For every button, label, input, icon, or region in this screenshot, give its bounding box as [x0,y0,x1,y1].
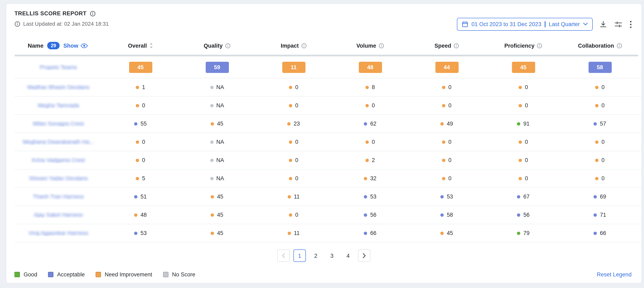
score-dot [518,104,522,107]
table-row: Thanh Tran Harness51451153536769 [14,188,642,206]
score-dot [594,122,597,125]
member-name-link[interactable]: Thanh Tran Harness [33,193,84,200]
score-value: 53 [447,193,453,200]
score-cell: 0 [255,175,332,181]
name-cell: Meghana Dwarakanath Ha... [14,139,102,145]
score-dot [136,140,139,144]
score-cell: 1 [102,84,179,90]
settings-button[interactable] [614,20,623,28]
score-cell: 48 [102,212,179,218]
page-button-4[interactable]: 4 [342,249,354,262]
score-dot [442,86,445,89]
score-cell: 45 [408,230,485,236]
score-table: Name 29 Show OverallQualityImpactVolumeS… [6,37,642,242]
score-value: 0 [448,139,451,145]
score-cell: 0 [102,102,179,109]
legend-item-none[interactable]: No Score [163,271,195,278]
member-name-link[interactable]: Shivani Yadav Devdans [29,175,88,181]
table-row: Milan Sonagra Crest55452362499157 [14,115,642,133]
score-cell: 0 [562,102,638,109]
legend-label: Good [24,271,37,278]
score-value: NA [216,102,224,109]
score-cell: 0 [562,157,638,163]
column-info-icon[interactable] [616,43,622,48]
next-page-button[interactable] [358,249,370,262]
score-dot [518,140,522,144]
score-cell: 0 [408,84,485,90]
score-dot [366,104,369,107]
member-name-link[interactable]: Meghana Dwarakanath Ha... [23,139,94,145]
score-dot [289,104,292,107]
date-preset-text: Last Quarter [549,21,580,27]
member-name-link[interactable]: Milan Sonagra Crest [33,121,84,127]
score-dot [211,213,214,216]
prev-page-button[interactable] [277,249,290,262]
score-value: 1 [142,84,145,90]
column-info-icon[interactable] [454,43,459,48]
kebab-menu-icon [630,21,632,28]
score-dot [210,177,213,180]
score-value: 0 [525,84,528,90]
calendar-icon [462,21,468,27]
summary-score-badge: 45 [129,62,152,73]
show-link[interactable]: Show [63,43,88,49]
score-cell: 48 [332,62,408,73]
score-value: 67 [523,193,530,200]
score-value: 53 [370,193,376,200]
column-header-collaboration: Collaboration [562,43,638,49]
column-info-icon[interactable] [301,43,307,48]
score-value: 23 [294,121,300,127]
legend-item-good[interactable]: Good [14,271,37,278]
reset-legend-link[interactable]: Reset Legend [597,271,632,278]
score-value: 0 [525,139,528,145]
score-value: 2 [372,157,375,163]
column-info-icon[interactable] [225,43,230,48]
score-dot [136,86,139,89]
date-range-button[interactable]: 01 Oct 2023 to 31 Dec 2023 Last Quarter [457,18,593,31]
more-button[interactable] [629,20,632,29]
member-name-link[interactable]: Megha Tamvada [38,102,79,109]
score-value: 0 [448,157,451,163]
legend-swatch [96,272,101,277]
member-name-link[interactable]: Viraj Ajgaonkar Harness [28,230,88,236]
member-name-link[interactable]: Ajay Saket Harness [34,212,83,218]
title-info-icon[interactable] [90,11,96,16]
score-cell: 0 [102,139,179,145]
score-cell: 58 [562,62,638,73]
page-title: TRELLIS SCORE REPORT [14,10,86,17]
page-button-2[interactable]: 2 [310,249,322,262]
page-button-3[interactable]: 3 [326,249,338,262]
header-divider [14,55,638,56]
member-name-link[interactable]: Krina Vadgama Crest [32,157,85,163]
legend-item-warn[interactable]: Need Improvement [96,271,152,278]
score-value: NA [216,84,224,90]
member-name-link[interactable]: Madhav Bhasin Devdans [27,84,90,90]
legend-item-acceptable[interactable]: Acceptable [48,271,85,278]
score-cell: 0 [102,157,179,163]
report-title-block: TRELLIS SCORE REPORT Last Updated at: 02… [14,10,109,27]
column-info-icon[interactable] [379,43,384,48]
score-value: NA [216,157,224,163]
summary-score-badge: 44 [435,62,458,73]
column-header-quality: Quality [179,43,255,49]
score-cell: 0 [255,102,332,109]
page-button-1[interactable]: 1 [294,249,306,262]
score-cell: 49 [408,121,485,127]
score-value: 45 [217,212,223,218]
name-cell: Propelo Teams [14,64,102,70]
score-value: 56 [523,212,530,218]
score-cell: 45 [179,121,255,127]
score-dot [288,122,291,125]
legend-label: No Score [172,271,195,278]
score-cell: 45 [485,62,562,73]
column-header-overall[interactable]: Overall [102,43,179,49]
team-name-link[interactable]: Propelo Teams [40,64,77,70]
date-range-text: 01 Oct 2023 to 31 Dec 2023 [472,21,541,27]
sort-icon[interactable] [150,43,153,49]
score-cell: 0 [562,84,638,90]
score-dot [442,104,445,107]
column-info-icon[interactable] [537,43,542,48]
legend-swatch [48,272,54,277]
download-button[interactable] [599,20,608,29]
score-dot [210,86,213,89]
